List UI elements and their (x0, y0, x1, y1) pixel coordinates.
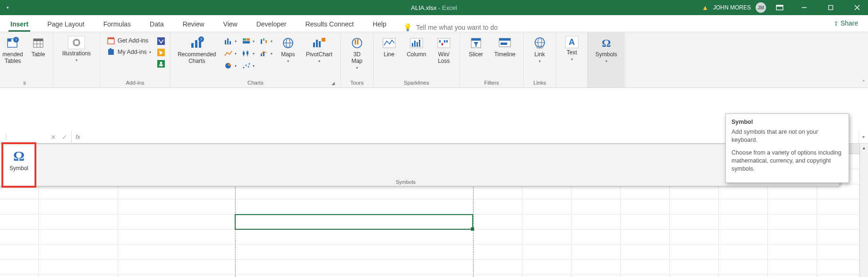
pivotchart-button[interactable]: PivotChart ▾ (303, 35, 336, 63)
vertical-scrollbar[interactable]: ▲ (859, 144, 868, 277)
slicer-icon (470, 36, 482, 50)
lightbulb-icon: 💡 (403, 23, 412, 32)
cancel-icon[interactable]: ✕ (51, 133, 56, 141)
omega-icon: Ω (13, 147, 25, 165)
svg-rect-21 (157, 37, 165, 45)
3d-map-button[interactable]: 3D Map ▾ (346, 35, 368, 70)
qat-customize-icon[interactable]: ▾ (5, 5, 11, 10)
table-button[interactable]: Table (28, 35, 48, 58)
dialog-launcher-icon[interactable]: ◢ (332, 81, 335, 86)
chevron-down-icon: ▾ (539, 59, 541, 63)
tab-page-layout[interactable]: Page Layout (45, 17, 86, 32)
visio-icon[interactable] (157, 37, 165, 45)
tell-me-search[interactable]: 💡 (403, 23, 525, 32)
slicer-button[interactable]: Slicer (465, 35, 487, 58)
svg-rect-65 (417, 42, 418, 47)
recommended-charts-button[interactable]: ? Recommended Charts (175, 35, 219, 64)
tab-data[interactable]: Data (148, 17, 166, 32)
waterfall-chart-button[interactable]: ▾ (258, 36, 273, 46)
tab-view[interactable]: View (221, 17, 239, 32)
svg-rect-27 (195, 40, 197, 48)
statistic-chart-button[interactable]: ▾ (240, 48, 255, 59)
expand-formula-bar-icon[interactable]: ▾ (859, 130, 868, 143)
group-label-filters: Filters (465, 78, 519, 87)
close-button[interactable] (846, 0, 868, 15)
scatter-chart-button[interactable]: ▾ (240, 61, 255, 71)
people-graph-icon[interactable] (157, 60, 165, 68)
table-icon (33, 36, 44, 50)
tab-developer[interactable]: Developer (255, 17, 289, 32)
illustrations-button[interactable]: Illustrations ▾ (58, 35, 95, 62)
svg-rect-32 (227, 38, 229, 44)
tell-me-input[interactable] (416, 24, 525, 31)
svg-rect-26 (191, 43, 194, 48)
text-button[interactable]: A Text ▾ (561, 35, 583, 61)
symbols-button[interactable]: Ω Symbols ▾ (593, 35, 620, 63)
sparkline-line-button[interactable]: Line (378, 35, 400, 58)
svg-rect-35 (243, 38, 246, 41)
sparkline-column-button[interactable]: Column (404, 35, 429, 58)
svg-rect-39 (243, 52, 245, 55)
sparkline-winloss-button[interactable]: Win/ Loss (433, 35, 455, 64)
enter-icon[interactable]: ✓ (62, 133, 68, 141)
group-illustrations: Illustrations ▾ (53, 32, 100, 87)
line-chart-button[interactable]: ▾ (222, 48, 238, 59)
ribbon: ? mended Tables Table s Illustrations ▾ (0, 32, 868, 88)
avatar[interactable]: JM (756, 2, 766, 13)
group-label-charts: Charts◢ (175, 78, 336, 87)
tab-insert[interactable]: Insert (9, 17, 30, 32)
get-addins-button[interactable]: Get Add-ins (105, 36, 153, 45)
title-sep: - (436, 4, 442, 11)
quick-access-toolbar: ▾ (0, 5, 11, 10)
group-filters: Slicer Timeline Filters (460, 32, 524, 87)
collapse-ribbon-icon[interactable]: ˄ (862, 79, 865, 86)
svg-rect-31 (225, 40, 226, 44)
svg-rect-28 (199, 42, 201, 48)
maps-button[interactable]: Maps ▾ (277, 35, 299, 63)
tab-formulas[interactable]: Formulas (102, 17, 133, 32)
svg-rect-67 (438, 38, 450, 48)
svg-rect-7 (8, 39, 11, 42)
svg-rect-64 (414, 41, 416, 47)
group-symbols: Ω Symbols ▾ (587, 32, 625, 87)
tab-help[interactable]: Help (371, 17, 388, 32)
pie-chart-button[interactable]: ▾ (222, 61, 238, 71)
illustrations-icon (68, 36, 85, 49)
warning-icon[interactable]: ▲ (702, 4, 708, 11)
svg-rect-66 (419, 40, 420, 47)
column-chart-button[interactable]: ▾ (222, 36, 238, 46)
my-addins-button[interactable]: My Add-ins ▾ (105, 47, 153, 57)
sparkline-column-icon (410, 36, 423, 50)
fx-icon[interactable]: fx (72, 133, 84, 140)
minimize-button[interactable] (793, 0, 815, 15)
group-label-addins: Add-ins (105, 78, 165, 87)
svg-text:?: ? (15, 38, 17, 42)
formula-bar-grip[interactable]: ⋮ (0, 133, 12, 141)
svg-rect-36 (247, 38, 250, 41)
chevron-down-icon: ▾ (287, 59, 289, 63)
tooltip-title: Symbol (732, 119, 843, 125)
svg-point-44 (247, 66, 249, 68)
symbols-dropdown: π Equation ▾ Ω Symbol Symbols (0, 144, 840, 186)
recommended-pivot-tables-button[interactable]: ? mended Tables (1, 35, 25, 64)
addins-shortcuts (157, 35, 165, 68)
group-label-links: Links (528, 78, 551, 87)
svg-rect-20 (110, 48, 111, 50)
svg-rect-63 (412, 43, 413, 47)
title-bar: ▾ ALIA.xlsx - Excel ▲ JOHN MORES JM (0, 0, 868, 15)
svg-rect-1 (776, 5, 783, 7)
tab-review[interactable]: Review (181, 17, 206, 32)
share-button[interactable]: ⇪ Share (830, 18, 861, 28)
bing-maps-icon[interactable] (157, 48, 165, 57)
ribbon-display-options-icon[interactable] (771, 5, 789, 10)
user-name[interactable]: JOHN MORES (713, 4, 751, 11)
link-button[interactable]: Link ▾ (528, 35, 551, 63)
svg-rect-3 (829, 6, 833, 10)
hierarchy-chart-button[interactable]: ▾ (240, 36, 255, 46)
scroll-up-icon[interactable]: ▲ (860, 144, 868, 152)
combo-chart-button[interactable]: ▾ (258, 48, 273, 59)
timeline-button[interactable]: Timeline (491, 35, 519, 58)
maximize-button[interactable] (820, 0, 842, 15)
tab-results-connect[interactable]: Results Connect (304, 17, 356, 32)
group-addins: Get Add-ins My Add-ins ▾ Add-ins (100, 32, 170, 87)
